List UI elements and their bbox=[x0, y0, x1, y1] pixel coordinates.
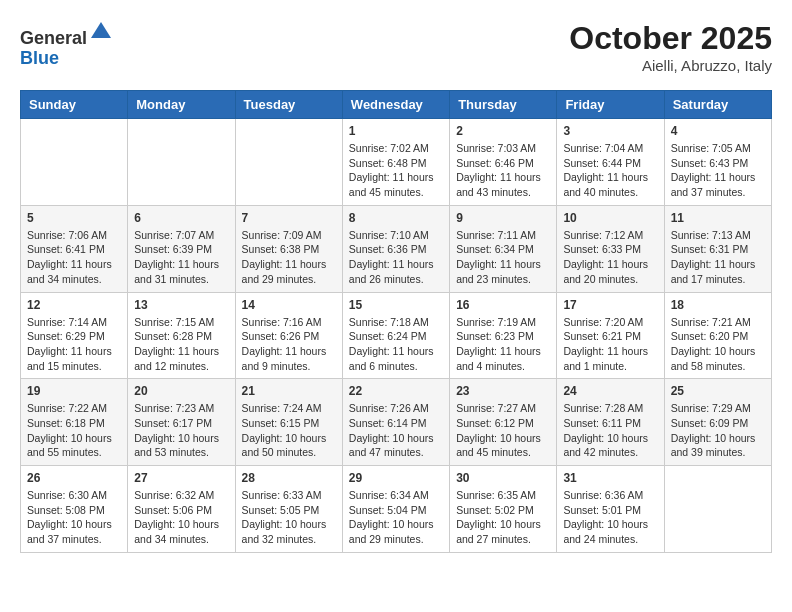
day-info: Sunrise: 7:20 AMSunset: 6:21 PMDaylight:… bbox=[563, 315, 657, 374]
calendar-cell: 7Sunrise: 7:09 AMSunset: 6:38 PMDaylight… bbox=[235, 205, 342, 292]
day-info: Sunrise: 6:36 AMSunset: 5:01 PMDaylight:… bbox=[563, 488, 657, 547]
day-number: 3 bbox=[563, 124, 657, 138]
weekday-header-thursday: Thursday bbox=[450, 91, 557, 119]
calendar-cell bbox=[128, 119, 235, 206]
day-number: 8 bbox=[349, 211, 443, 225]
day-number: 14 bbox=[242, 298, 336, 312]
calendar-cell: 2Sunrise: 7:03 AMSunset: 6:46 PMDaylight… bbox=[450, 119, 557, 206]
day-number: 10 bbox=[563, 211, 657, 225]
day-number: 1 bbox=[349, 124, 443, 138]
day-number: 12 bbox=[27, 298, 121, 312]
day-number: 22 bbox=[349, 384, 443, 398]
day-number: 28 bbox=[242, 471, 336, 485]
calendar-title: October 2025 bbox=[569, 20, 772, 57]
day-info: Sunrise: 7:29 AMSunset: 6:09 PMDaylight:… bbox=[671, 401, 765, 460]
day-number: 4 bbox=[671, 124, 765, 138]
calendar-cell bbox=[21, 119, 128, 206]
calendar-cell: 14Sunrise: 7:16 AMSunset: 6:26 PMDayligh… bbox=[235, 292, 342, 379]
day-info: Sunrise: 7:03 AMSunset: 6:46 PMDaylight:… bbox=[456, 141, 550, 200]
weekday-header-sunday: Sunday bbox=[21, 91, 128, 119]
calendar-cell: 4Sunrise: 7:05 AMSunset: 6:43 PMDaylight… bbox=[664, 119, 771, 206]
day-info: Sunrise: 7:27 AMSunset: 6:12 PMDaylight:… bbox=[456, 401, 550, 460]
calendar-cell: 17Sunrise: 7:20 AMSunset: 6:21 PMDayligh… bbox=[557, 292, 664, 379]
calendar-cell: 1Sunrise: 7:02 AMSunset: 6:48 PMDaylight… bbox=[342, 119, 449, 206]
day-info: Sunrise: 7:18 AMSunset: 6:24 PMDaylight:… bbox=[349, 315, 443, 374]
day-info: Sunrise: 7:15 AMSunset: 6:28 PMDaylight:… bbox=[134, 315, 228, 374]
calendar-cell: 28Sunrise: 6:33 AMSunset: 5:05 PMDayligh… bbox=[235, 466, 342, 553]
day-info: Sunrise: 6:30 AMSunset: 5:08 PMDaylight:… bbox=[27, 488, 121, 547]
calendar-cell: 11Sunrise: 7:13 AMSunset: 6:31 PMDayligh… bbox=[664, 205, 771, 292]
svg-marker-0 bbox=[91, 22, 111, 38]
day-number: 20 bbox=[134, 384, 228, 398]
day-info: Sunrise: 7:14 AMSunset: 6:29 PMDaylight:… bbox=[27, 315, 121, 374]
day-info: Sunrise: 7:16 AMSunset: 6:26 PMDaylight:… bbox=[242, 315, 336, 374]
day-info: Sunrise: 6:35 AMSunset: 5:02 PMDaylight:… bbox=[456, 488, 550, 547]
day-info: Sunrise: 6:33 AMSunset: 5:05 PMDaylight:… bbox=[242, 488, 336, 547]
day-info: Sunrise: 7:10 AMSunset: 6:36 PMDaylight:… bbox=[349, 228, 443, 287]
calendar-cell: 27Sunrise: 6:32 AMSunset: 5:06 PMDayligh… bbox=[128, 466, 235, 553]
day-number: 21 bbox=[242, 384, 336, 398]
day-info: Sunrise: 7:22 AMSunset: 6:18 PMDaylight:… bbox=[27, 401, 121, 460]
calendar-table: SundayMondayTuesdayWednesdayThursdayFrid… bbox=[20, 90, 772, 553]
page-header: General Blue October 2025 Aielli, Abruzz… bbox=[20, 20, 772, 74]
calendar-cell: 30Sunrise: 6:35 AMSunset: 5:02 PMDayligh… bbox=[450, 466, 557, 553]
logo-blue-text: Blue bbox=[20, 48, 59, 68]
day-info: Sunrise: 7:12 AMSunset: 6:33 PMDaylight:… bbox=[563, 228, 657, 287]
day-number: 30 bbox=[456, 471, 550, 485]
calendar-week-row: 12Sunrise: 7:14 AMSunset: 6:29 PMDayligh… bbox=[21, 292, 772, 379]
day-number: 5 bbox=[27, 211, 121, 225]
day-info: Sunrise: 7:05 AMSunset: 6:43 PMDaylight:… bbox=[671, 141, 765, 200]
day-info: Sunrise: 7:28 AMSunset: 6:11 PMDaylight:… bbox=[563, 401, 657, 460]
day-info: Sunrise: 7:26 AMSunset: 6:14 PMDaylight:… bbox=[349, 401, 443, 460]
day-number: 15 bbox=[349, 298, 443, 312]
day-number: 25 bbox=[671, 384, 765, 398]
calendar-cell bbox=[235, 119, 342, 206]
calendar-subtitle: Aielli, Abruzzo, Italy bbox=[569, 57, 772, 74]
day-number: 23 bbox=[456, 384, 550, 398]
weekday-header-row: SundayMondayTuesdayWednesdayThursdayFrid… bbox=[21, 91, 772, 119]
day-number: 9 bbox=[456, 211, 550, 225]
weekday-header-tuesday: Tuesday bbox=[235, 91, 342, 119]
day-number: 11 bbox=[671, 211, 765, 225]
day-number: 13 bbox=[134, 298, 228, 312]
calendar-cell bbox=[664, 466, 771, 553]
calendar-cell: 24Sunrise: 7:28 AMSunset: 6:11 PMDayligh… bbox=[557, 379, 664, 466]
calendar-cell: 5Sunrise: 7:06 AMSunset: 6:41 PMDaylight… bbox=[21, 205, 128, 292]
day-info: Sunrise: 7:11 AMSunset: 6:34 PMDaylight:… bbox=[456, 228, 550, 287]
weekday-header-saturday: Saturday bbox=[664, 91, 771, 119]
calendar-cell: 12Sunrise: 7:14 AMSunset: 6:29 PMDayligh… bbox=[21, 292, 128, 379]
day-info: Sunrise: 7:02 AMSunset: 6:48 PMDaylight:… bbox=[349, 141, 443, 200]
calendar-cell: 3Sunrise: 7:04 AMSunset: 6:44 PMDaylight… bbox=[557, 119, 664, 206]
calendar-cell: 6Sunrise: 7:07 AMSunset: 6:39 PMDaylight… bbox=[128, 205, 235, 292]
calendar-cell: 13Sunrise: 7:15 AMSunset: 6:28 PMDayligh… bbox=[128, 292, 235, 379]
logo: General Blue bbox=[20, 20, 113, 69]
day-info: Sunrise: 7:24 AMSunset: 6:15 PMDaylight:… bbox=[242, 401, 336, 460]
day-info: Sunrise: 7:23 AMSunset: 6:17 PMDaylight:… bbox=[134, 401, 228, 460]
day-number: 2 bbox=[456, 124, 550, 138]
day-info: Sunrise: 6:32 AMSunset: 5:06 PMDaylight:… bbox=[134, 488, 228, 547]
day-number: 18 bbox=[671, 298, 765, 312]
day-info: Sunrise: 7:04 AMSunset: 6:44 PMDaylight:… bbox=[563, 141, 657, 200]
calendar-cell: 18Sunrise: 7:21 AMSunset: 6:20 PMDayligh… bbox=[664, 292, 771, 379]
weekday-header-wednesday: Wednesday bbox=[342, 91, 449, 119]
day-info: Sunrise: 7:13 AMSunset: 6:31 PMDaylight:… bbox=[671, 228, 765, 287]
calendar-cell: 20Sunrise: 7:23 AMSunset: 6:17 PMDayligh… bbox=[128, 379, 235, 466]
day-number: 19 bbox=[27, 384, 121, 398]
calendar-week-row: 26Sunrise: 6:30 AMSunset: 5:08 PMDayligh… bbox=[21, 466, 772, 553]
day-info: Sunrise: 6:34 AMSunset: 5:04 PMDaylight:… bbox=[349, 488, 443, 547]
calendar-week-row: 19Sunrise: 7:22 AMSunset: 6:18 PMDayligh… bbox=[21, 379, 772, 466]
calendar-week-row: 5Sunrise: 7:06 AMSunset: 6:41 PMDaylight… bbox=[21, 205, 772, 292]
calendar-cell: 31Sunrise: 6:36 AMSunset: 5:01 PMDayligh… bbox=[557, 466, 664, 553]
day-number: 26 bbox=[27, 471, 121, 485]
day-number: 7 bbox=[242, 211, 336, 225]
day-number: 17 bbox=[563, 298, 657, 312]
title-block: October 2025 Aielli, Abruzzo, Italy bbox=[569, 20, 772, 74]
logo-general-text: General bbox=[20, 28, 87, 48]
calendar-week-row: 1Sunrise: 7:02 AMSunset: 6:48 PMDaylight… bbox=[21, 119, 772, 206]
calendar-cell: 8Sunrise: 7:10 AMSunset: 6:36 PMDaylight… bbox=[342, 205, 449, 292]
day-info: Sunrise: 7:19 AMSunset: 6:23 PMDaylight:… bbox=[456, 315, 550, 374]
calendar-cell: 9Sunrise: 7:11 AMSunset: 6:34 PMDaylight… bbox=[450, 205, 557, 292]
calendar-cell: 10Sunrise: 7:12 AMSunset: 6:33 PMDayligh… bbox=[557, 205, 664, 292]
weekday-header-friday: Friday bbox=[557, 91, 664, 119]
logo-icon bbox=[89, 20, 113, 44]
